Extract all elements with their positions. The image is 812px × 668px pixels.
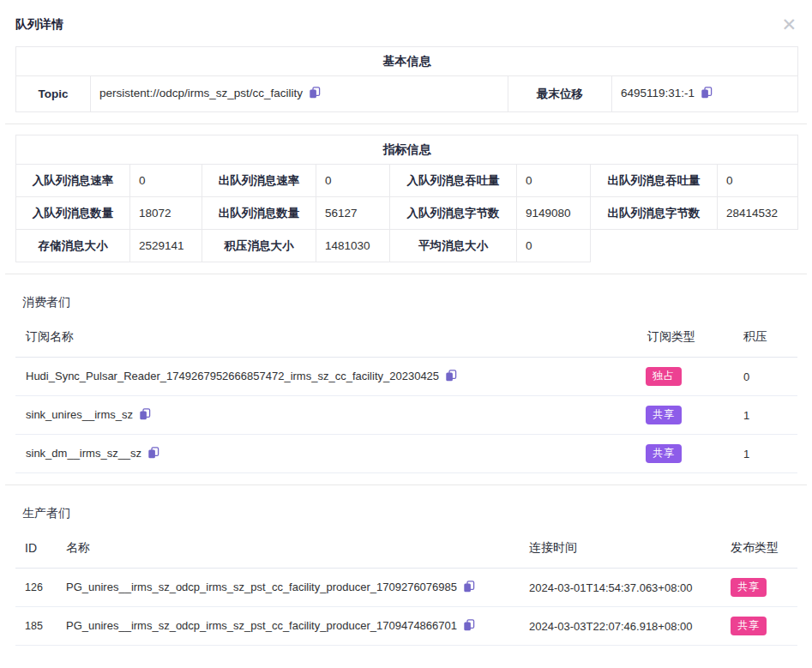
status-badge: 共享 <box>646 406 682 424</box>
backlog-value: 1 <box>733 435 797 473</box>
subscription-name-cell: sink_dm__irms_sz__sz <box>15 435 632 473</box>
copy-icon[interactable] <box>445 370 457 384</box>
metric-label: 入队列消息吞吐量 <box>390 165 517 197</box>
col-publish-type: 发布类型 <box>720 521 797 569</box>
backlog-value: 0 <box>733 358 797 396</box>
table-row: 入队列消息速率 0 出队列消息速率 0 入队列消息吞吐量 0 出队列消息吞吐量 … <box>16 165 798 197</box>
metric-label: 入队列消息数量 <box>16 197 130 230</box>
metric-label: 积压消息大小 <box>202 230 316 262</box>
producers-table: ID 名称 连接时间 发布类型 126 PG_unires__irms_sz_o… <box>15 521 797 646</box>
backlog-value: 1 <box>733 396 797 435</box>
table-header-row: 订阅名称 订阅类型 积压 <box>15 310 797 358</box>
producer-id: 126 <box>15 569 56 607</box>
table-row: sink_dm__irms_sz__sz 共享 1 <box>15 435 797 473</box>
subscription-type-cell: 共享 <box>632 396 733 435</box>
subscription-name: sink_dm__irms_sz__sz <box>26 447 141 460</box>
table-row: 入队列消息数量 18072 出队列消息数量 56127 入队列消息字节数 914… <box>16 197 798 230</box>
col-connect-time: 连接时间 <box>519 521 720 569</box>
col-subscription-name: 订阅名称 <box>15 310 632 358</box>
col-producer-name: 名称 <box>56 521 519 569</box>
queue-detail-modal: 队列详情 ✕ 基本信息 Topic persistent://odcp/irms… <box>0 0 812 668</box>
copy-icon[interactable] <box>139 408 151 423</box>
publish-type-cell: 共享 <box>720 607 797 646</box>
metric-label: 出队列消息吞吐量 <box>591 165 718 197</box>
divider <box>5 274 807 274</box>
metric-value: 0 <box>718 165 798 197</box>
status-badge: 共享 <box>731 578 767 596</box>
divider <box>5 484 807 485</box>
metric-label: 存储消息大小 <box>16 230 130 262</box>
producer-id: 185 <box>15 607 56 646</box>
subscription-type-cell: 独占 <box>632 358 733 396</box>
metric-value: 2529141 <box>130 230 202 262</box>
page-title: 队列详情 <box>15 17 63 33</box>
producers-section-title: 生产者们 <box>22 506 812 521</box>
metric-value: 0 <box>517 165 591 197</box>
metric-label: 出队列消息字节数 <box>591 197 718 230</box>
subscription-name: Hudi_Sync_Pulsar_Reader_1749267952666857… <box>26 370 439 382</box>
producer-name-cell: PG_unires__irms_sz_odcp_irms_sz_pst_cc_f… <box>56 569 519 607</box>
producer-name-cell: PG_unires__irms_sz_odcp_irms_sz_pst_cc_f… <box>56 607 519 646</box>
basic-info-title: 基本信息 <box>16 47 798 76</box>
copy-icon[interactable] <box>147 447 159 461</box>
metrics-title: 指标信息 <box>16 135 798 165</box>
copy-icon[interactable] <box>463 619 475 634</box>
metric-value: 9149080 <box>517 197 591 230</box>
producer-name: PG_unires__irms_sz_odcp_irms_sz_pst_cc_f… <box>66 581 457 593</box>
col-id: ID <box>15 521 56 569</box>
basic-info-table: 基本信息 Topic persistent://odcp/irms_sz_pst… <box>15 46 798 112</box>
metric-value: 28414532 <box>718 197 798 230</box>
metric-value: 56127 <box>316 197 390 230</box>
connect-time: 2024-03-03T22:07:46.918+08:00 <box>519 607 720 646</box>
close-icon[interactable]: ✕ <box>779 18 798 32</box>
metric-label: 出队列消息数量 <box>202 197 316 230</box>
topic-value: persistent://odcp/irms_sz_pst/cc_facilit… <box>99 87 303 99</box>
connect-time: 2024-03-01T14:54:37.063+08:00 <box>519 569 720 607</box>
table-header-row: ID 名称 连接时间 发布类型 <box>15 521 797 569</box>
table-row: 185 PG_unires__irms_sz_odcp_irms_sz_pst_… <box>15 607 797 646</box>
metric-value: 0 <box>130 165 202 197</box>
col-subscription-type: 订阅类型 <box>632 310 733 358</box>
metric-label: 平均消息大小 <box>390 230 517 262</box>
metric-value: 1481030 <box>316 230 390 262</box>
status-badge: 独占 <box>646 367 682 385</box>
table-row: 存储消息大小 2529141 积压消息大小 1481030 平均消息大小 0 <box>16 230 798 262</box>
copy-icon[interactable] <box>463 581 475 595</box>
status-badge: 共享 <box>731 617 767 635</box>
topic-label: Topic <box>16 76 91 112</box>
offset-value: 6495119:31:-1 <box>621 87 695 99</box>
divider <box>5 123 807 124</box>
offset-value-cell: 6495119:31:-1 <box>612 76 798 112</box>
topic-value-cell: persistent://odcp/irms_sz_pst/cc_facilit… <box>91 76 508 112</box>
table-row: 126 PG_unires__irms_sz_odcp_irms_sz_pst_… <box>15 569 797 607</box>
metric-value: 18072 <box>130 197 202 230</box>
metric-label: 入队列消息字节数 <box>390 197 517 230</box>
table-row: Hudi_Sync_Pulsar_Reader_1749267952666857… <box>15 358 797 396</box>
table-row: Topic persistent://odcp/irms_sz_pst/cc_f… <box>16 76 798 112</box>
subscription-name-cell: Hudi_Sync_Pulsar_Reader_1749267952666857… <box>15 358 632 396</box>
consumers-table: 订阅名称 订阅类型 积压 Hudi_Sync_Pulsar_Reader_174… <box>15 310 797 473</box>
col-backlog: 积压 <box>733 310 797 358</box>
status-badge: 共享 <box>646 444 682 462</box>
table-row: sink_unires__irms_sz 共享 1 <box>15 396 797 435</box>
metric-label: 入队列消息速率 <box>16 165 130 197</box>
metric-value: 0 <box>316 165 390 197</box>
metrics-table: 指标信息 入队列消息速率 0 出队列消息速率 0 入队列消息吞吐量 0 出队列消… <box>15 135 798 262</box>
publish-type-cell: 共享 <box>720 569 797 607</box>
offset-label: 最末位移 <box>508 76 612 112</box>
modal-header: 队列详情 ✕ <box>0 0 812 33</box>
subscription-name: sink_unires__irms_sz <box>26 408 133 421</box>
subscription-type-cell: 共享 <box>632 435 733 473</box>
metric-value: 0 <box>517 230 591 262</box>
consumers-section-title: 消费者们 <box>22 295 812 310</box>
producer-name: PG_unires__irms_sz_odcp_irms_sz_pst_cc_f… <box>66 619 457 632</box>
copy-icon[interactable] <box>701 87 713 101</box>
metric-label: 出队列消息速率 <box>202 165 316 197</box>
subscription-name-cell: sink_unires__irms_sz <box>15 396 632 435</box>
empty-cell <box>591 230 798 262</box>
copy-icon[interactable] <box>309 87 321 101</box>
